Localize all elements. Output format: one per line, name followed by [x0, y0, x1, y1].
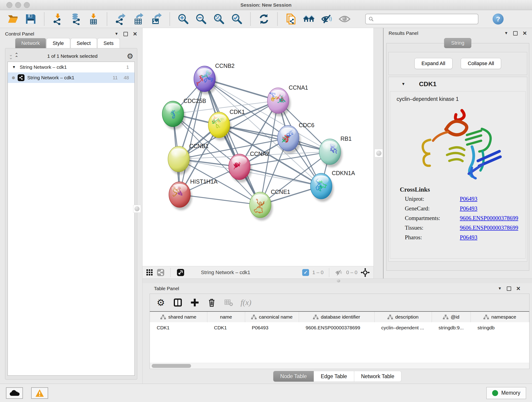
- entry-collapse-icon[interactable]: ▼: [401, 82, 405, 86]
- collapse-all-button[interactable]: Collapse All: [461, 58, 501, 69]
- network-node-cdk1[interactable]: [208, 112, 231, 140]
- search-input[interactable]: [376, 16, 475, 22]
- float-panel-icon[interactable]: [507, 287, 511, 291]
- birdseye-view-icon[interactable]: [177, 269, 184, 276]
- show-columns-icon[interactable]: [173, 298, 183, 307]
- string-results-tab[interactable]: String: [444, 38, 471, 48]
- close-panel-icon[interactable]: ✕: [133, 31, 137, 37]
- column-header-canonical-name[interactable]: canonical name: [245, 312, 299, 322]
- maximize-window-button[interactable]: [24, 2, 30, 8]
- column-header-namespace[interactable]: namespace: [471, 312, 529, 322]
- column-header-description[interactable]: description: [374, 312, 432, 322]
- tab-select[interactable]: Select: [70, 38, 97, 48]
- column-header-name[interactable]: name: [207, 312, 245, 322]
- selected-checkbox-icon[interactable]: ✓: [302, 269, 309, 276]
- export-image-icon[interactable]: [150, 13, 163, 26]
- search-field[interactable]: [365, 14, 478, 24]
- fit-selected-crosshair-icon[interactable]: [361, 268, 370, 277]
- zoom-selected-icon[interactable]: [230, 13, 243, 26]
- title-bar: Session: New Session: [0, 0, 532, 10]
- export-network-icon[interactable]: [114, 13, 127, 26]
- network-node-ccne1[interactable]: [249, 192, 273, 220]
- network-node-cdkn1a[interactable]: [310, 173, 334, 202]
- tree-expand-icon[interactable]: ▼: [11, 65, 17, 69]
- houses-icon[interactable]: [302, 13, 315, 26]
- close-panel-icon[interactable]: ✕: [523, 30, 527, 36]
- close-window-button[interactable]: [6, 2, 12, 8]
- network-node-cdc6[interactable]: [278, 125, 301, 154]
- result-entry-header[interactable]: ▼ CDK1: [389, 77, 527, 91]
- panel-menu-icon[interactable]: ▼: [498, 286, 502, 291]
- tab-sets[interactable]: Sets: [97, 38, 120, 48]
- zoom-out-icon[interactable]: [195, 13, 208, 26]
- column-header-database-identifier[interactable]: database identifier: [299, 312, 374, 322]
- horizontal-splitter[interactable]: [143, 279, 532, 283]
- splitter-dimple[interactable]: [337, 279, 340, 282]
- memory-button[interactable]: Memory: [486, 387, 526, 399]
- node-gloss: [322, 141, 337, 150]
- network-node-ccna1[interactable]: [267, 88, 291, 116]
- hide-unhide-icon[interactable]: [320, 13, 333, 26]
- network-options-gear-icon[interactable]: ⚙: [127, 52, 133, 61]
- crosslink-link[interactable]: 9606.ENSP00000378699: [460, 215, 518, 221]
- hidden-counter: 0 – 0: [346, 269, 357, 275]
- table-options-gear-icon[interactable]: ⚙: [156, 298, 166, 307]
- expand-all-button[interactable]: Expand All: [414, 58, 452, 69]
- tab-style[interactable]: Style: [46, 38, 70, 48]
- network-node-rb1[interactable]: [319, 139, 342, 167]
- export-table-icon[interactable]: [132, 13, 145, 26]
- table-horizontal-scrollbar[interactable]: [150, 363, 529, 369]
- help-icon[interactable]: ?: [493, 13, 504, 25]
- add-column-icon[interactable]: [190, 298, 200, 307]
- crosslink-link[interactable]: P06493: [460, 205, 477, 212]
- network-node-ccna2[interactable]: [229, 154, 252, 182]
- share-document-icon[interactable]: [285, 13, 298, 26]
- close-panel-icon[interactable]: ✕: [516, 286, 520, 292]
- network-share-icon[interactable]: [157, 269, 165, 276]
- tab-node-table[interactable]: Node Table: [273, 371, 314, 382]
- warnings-button[interactable]: [31, 387, 48, 399]
- delete-column-icon[interactable]: [207, 298, 217, 307]
- network-edge[interactable]: [180, 79, 205, 195]
- panel-menu-icon[interactable]: ▼: [114, 32, 119, 36]
- minimize-window-button[interactable]: [15, 2, 21, 8]
- zoom-fit-icon[interactable]: [213, 13, 225, 26]
- column-header--id[interactable]: @id: [432, 312, 471, 322]
- save-session-icon[interactable]: [24, 13, 37, 26]
- import-network-database-icon[interactable]: [69, 13, 82, 26]
- network-node-ccnb2[interactable]: [194, 66, 217, 95]
- refresh-icon[interactable]: [258, 13, 270, 26]
- network-node-cdc25b[interactable]: [162, 101, 185, 129]
- crosslink-link[interactable]: P06493: [460, 196, 477, 202]
- network-edge[interactable]: [205, 79, 260, 205]
- import-network-file-icon[interactable]: [51, 13, 64, 26]
- warning-icon: [35, 389, 44, 397]
- crosslink-link[interactable]: P06493: [460, 234, 477, 241]
- eye-icon[interactable]: [338, 13, 351, 26]
- network-node-hist1h1a[interactable]: [169, 182, 192, 210]
- cloud-button[interactable]: [6, 387, 23, 399]
- crosslink-link[interactable]: 9606.ENSP00000378699: [460, 225, 518, 231]
- vertical-splitter[interactable]: [374, 28, 384, 279]
- left-splitter-knob[interactable]: [133, 205, 141, 213]
- crosslink-row: Uniprot:P06493: [390, 194, 525, 204]
- column-header-inner: canonical name: [245, 314, 299, 320]
- float-panel-icon[interactable]: [123, 32, 128, 36]
- zoom-in-icon[interactable]: [177, 13, 190, 26]
- network-collection-row[interactable]: ▼ String Network – cdk1 1: [8, 62, 134, 72]
- network-row[interactable]: String Network – cdk1 11 48: [8, 72, 134, 83]
- network-canvas[interactable]: CCNB2CCNA1CDC25BCDK1CDC6RB1CCNB1CCNA2CDK…: [143, 28, 374, 266]
- open-session-icon[interactable]: [6, 13, 19, 26]
- tab-edge-table[interactable]: Edge Table: [314, 371, 354, 382]
- import-table-file-icon[interactable]: [87, 13, 100, 26]
- panel-menu-icon[interactable]: ▼: [504, 31, 508, 36]
- tab-network-table[interactable]: Network Table: [354, 371, 401, 382]
- grid-view-icon[interactable]: [146, 269, 153, 276]
- column-header-shared-name[interactable]: shared name: [150, 312, 207, 322]
- scrollbar-thumb[interactable]: [152, 364, 191, 368]
- tab-network[interactable]: Network: [15, 38, 46, 48]
- float-panel-icon[interactable]: [513, 31, 518, 36]
- table-row[interactable]: CDK1CDK1P064939606.ENSP00000378699cyclin…: [150, 322, 529, 333]
- collapse-all-networks-icon[interactable]: ⌄⌄: [9, 53, 12, 59]
- expand-all-networks-icon[interactable]: ⌃⌃: [15, 53, 18, 59]
